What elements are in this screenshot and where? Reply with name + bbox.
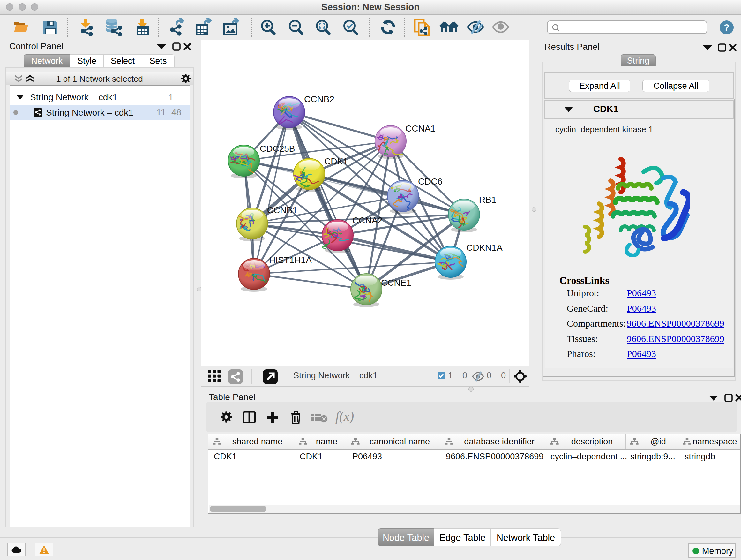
svg-text:CDC6: CDC6 (418, 177, 442, 186)
svg-text:CCNE1: CCNE1 (381, 278, 411, 288)
svg-text:HIST1H1A: HIST1H1A (269, 255, 312, 265)
svg-text:?: ? (724, 22, 730, 33)
svg-text:CDC25B: CDC25B (260, 144, 295, 153)
svg-text:CCNA2: CCNA2 (352, 215, 383, 226)
svg-text:CCNB2: CCNB2 (304, 94, 334, 104)
svg-text:CCNB1: CCNB1 (267, 205, 297, 215)
svg-text:RB1: RB1 (479, 195, 496, 205)
svg-text:CDKN1A: CDKN1A (466, 243, 502, 253)
svg-text:CDK1: CDK1 (324, 157, 348, 166)
svg-text:CCNA1: CCNA1 (405, 124, 435, 133)
